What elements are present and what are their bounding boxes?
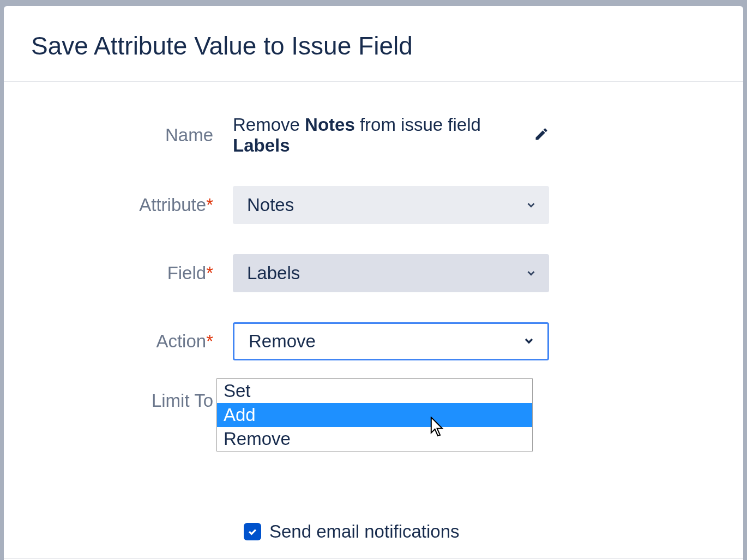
- limit-to-label: Limit To: [31, 390, 233, 411]
- chevron-down-icon: [525, 263, 537, 284]
- action-dropdown: Set Add Remove: [216, 378, 533, 451]
- name-value-container: Remove Notes from issue field Labels: [233, 115, 549, 156]
- dropdown-option-remove[interactable]: Remove: [217, 427, 532, 451]
- attribute-select[interactable]: Notes: [233, 186, 549, 224]
- send-email-label: Send email notifications: [269, 521, 460, 542]
- modal-dialog: Save Attribute Value to Issue Field Name…: [4, 6, 743, 560]
- modal-title: Save Attribute Value to Issue Field: [31, 31, 716, 61]
- modal-header: Save Attribute Value to Issue Field: [4, 6, 743, 82]
- name-value: Remove Notes from issue field Labels: [233, 115, 497, 156]
- send-email-checkbox[interactable]: [244, 523, 261, 540]
- attribute-row: Attribute* Notes: [31, 186, 716, 224]
- send-email-row: Send email notifications: [244, 521, 716, 542]
- modal-body: Name Remove Notes from issue field Label…: [4, 82, 743, 558]
- field-row: Field* Labels: [31, 254, 716, 292]
- dropdown-option-add[interactable]: Add: [217, 403, 532, 427]
- field-label: Field*: [31, 263, 233, 284]
- pencil-icon[interactable]: [534, 127, 549, 144]
- field-select[interactable]: Labels: [233, 254, 549, 292]
- action-label: Action*: [31, 331, 233, 352]
- action-select[interactable]: Remove: [233, 322, 549, 360]
- name-label: Name: [31, 125, 233, 146]
- chevron-down-icon: [522, 331, 535, 352]
- name-row: Name Remove Notes from issue field Label…: [31, 115, 716, 156]
- dropdown-option-set[interactable]: Set: [217, 379, 532, 403]
- chevron-down-icon: [525, 195, 537, 215]
- attribute-label: Attribute*: [31, 195, 233, 215]
- action-row: Action* Remove: [31, 322, 716, 360]
